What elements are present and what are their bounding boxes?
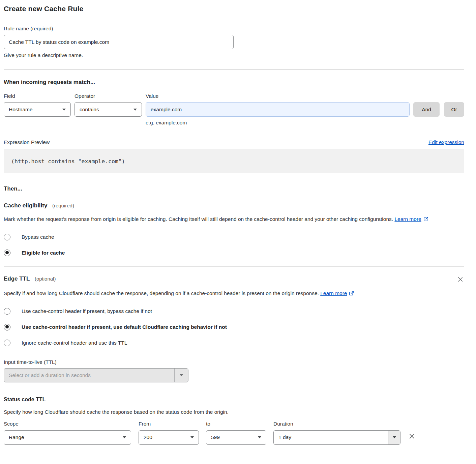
cache-eligibility-description-text: Mark whether the request’s response from… <box>4 216 393 222</box>
to-select[interactable]: 599 <box>206 430 266 445</box>
to-label: to <box>206 421 266 427</box>
radio-use-header-default[interactable]: Use cache-control header if present, use… <box>4 324 464 330</box>
chevron-down-icon <box>62 109 66 111</box>
value-label: Value <box>146 93 410 99</box>
radio-icon[interactable] <box>4 340 10 346</box>
field-select-value: Hostname <box>9 107 33 113</box>
duration-input[interactable] <box>273 430 388 445</box>
cache-eligibility-description: Mark whether the request’s response from… <box>4 214 457 225</box>
scope-label: Scope <box>4 421 131 427</box>
edge-ttl-learn-more-link[interactable]: Learn more <box>320 290 347 296</box>
cache-eligibility-learn-more-link[interactable]: Learn more <box>394 216 421 222</box>
rule-name-label: Rule name (required) <box>4 26 464 32</box>
required-tag: (required) <box>52 203 74 208</box>
operator-select-value: contains <box>80 107 99 113</box>
operator-label: Operator <box>75 93 142 99</box>
optional-tag: (optional) <box>35 276 56 282</box>
from-select-value: 200 <box>144 434 152 440</box>
ttl-duration-select[interactable]: Select or add a duration in seconds <box>4 368 188 382</box>
duration-label: Duration <box>273 421 400 427</box>
external-link-icon <box>423 215 428 225</box>
chevron-down-icon <box>133 109 137 111</box>
value-input[interactable] <box>146 102 410 117</box>
scope-select-value: Range <box>9 434 24 440</box>
match-condition-row: Field Hostname Operator contains Value e… <box>4 93 464 126</box>
rule-name-help: Give your rule a descriptive name. <box>4 52 464 58</box>
radio-label: Bypass cache <box>22 234 54 240</box>
and-button[interactable]: And <box>413 102 440 117</box>
field-label: Field <box>4 93 71 99</box>
radio-eligible-for-cache[interactable]: Eligible for cache <box>4 250 464 256</box>
from-select[interactable]: 200 <box>139 430 199 445</box>
status-code-ttl-heading: Status code TTL <box>4 397 464 403</box>
from-label: From <box>139 421 199 427</box>
radio-label: Use cache-control header if present, use… <box>22 324 227 330</box>
expression-preview-code: (http.host contains "example.com") <box>4 149 464 173</box>
edit-expression-link[interactable]: Edit expression <box>428 139 464 145</box>
chevron-down-icon <box>123 436 126 438</box>
chevron-down-icon <box>190 436 194 438</box>
to-select-value: 599 <box>211 434 220 440</box>
rule-name-input[interactable] <box>4 35 234 49</box>
or-button[interactable]: Or <box>444 102 464 117</box>
page-title: Create new Cache Rule <box>4 5 464 13</box>
radio-checked-icon[interactable] <box>4 250 10 256</box>
status-code-ttl-row: Scope Range From 200 to 599 Duration <box>4 421 464 445</box>
field-select[interactable]: Hostname <box>4 102 71 117</box>
chevron-down-icon[interactable] <box>174 369 188 382</box>
edge-ttl-heading: Edge TTL <box>4 276 30 282</box>
ttl-duration-placeholder: Select or add a duration in seconds <box>4 369 174 382</box>
radio-use-header-bypass[interactable]: Use cache-control header if present, byp… <box>4 308 464 315</box>
cache-eligibility-heading: Cache eligibility <box>4 202 47 209</box>
duration-combo <box>273 430 400 445</box>
edge-ttl-description-text: Specify if and how long Cloudflare shoul… <box>4 290 319 296</box>
expression-preview-label: Expression Preview <box>4 139 50 145</box>
ttl-input-label: Input time-to-live (TTL) <box>4 359 464 365</box>
section-divider <box>4 69 464 69</box>
radio-label: Ignore cache-control header and use this… <box>22 340 127 346</box>
expression-code-text: (http.host contains "example.com") <box>11 158 125 165</box>
close-icon[interactable] <box>456 276 464 285</box>
radio-icon[interactable] <box>4 308 10 315</box>
radio-label: Eligible for cache <box>22 250 65 256</box>
radio-ignore-header[interactable]: Ignore cache-control header and use this… <box>4 340 464 346</box>
duration-dropdown-button[interactable] <box>388 430 400 445</box>
operator-select[interactable]: contains <box>75 102 142 117</box>
radio-icon[interactable] <box>4 234 10 240</box>
status-code-ttl-description: Specify how long Cloudflare should cache… <box>4 407 457 417</box>
edge-ttl-description: Specify if and how long Cloudflare shoul… <box>4 289 457 299</box>
radio-bypass-cache[interactable]: Bypass cache <box>4 234 464 240</box>
scope-select[interactable]: Range <box>4 430 131 445</box>
value-hint: e.g. example.com <box>146 120 410 126</box>
match-heading: When incoming requests match... <box>4 79 464 86</box>
then-heading: Then... <box>4 185 464 192</box>
radio-label: Use cache-control header if present, byp… <box>22 308 152 314</box>
section-divider <box>4 266 464 267</box>
external-link-icon <box>349 289 354 299</box>
radio-checked-icon[interactable] <box>4 324 10 330</box>
delete-row-icon[interactable] <box>409 433 415 441</box>
chevron-down-icon <box>258 436 261 438</box>
